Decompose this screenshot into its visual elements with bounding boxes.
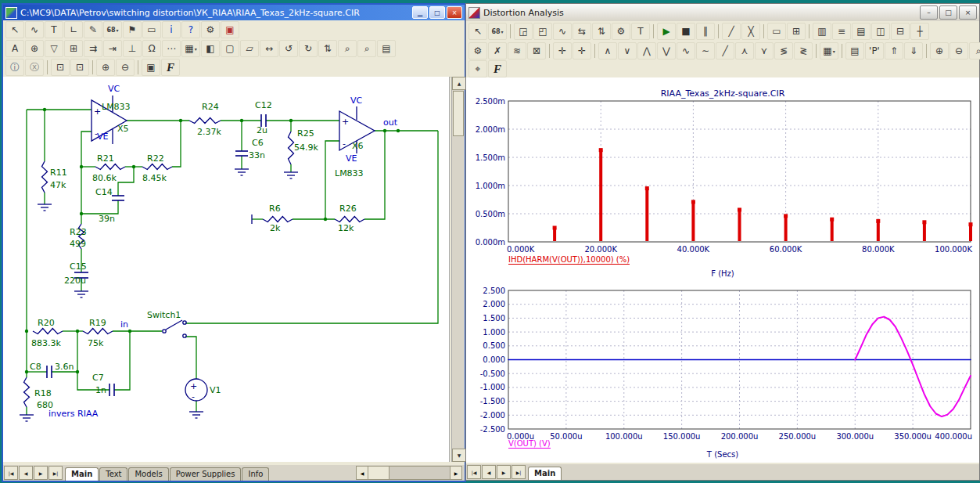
close-button[interactable]: × <box>959 5 977 20</box>
pin-mode-icon[interactable]: ⊕ <box>25 40 44 57</box>
schematic-label[interactable]: R23 <box>70 227 87 237</box>
info-circle-icon[interactable]: ⓘ <box>5 59 24 76</box>
schematic-label[interactable]: 220u <box>64 276 86 286</box>
scale-up-icon[interactable]: ⇑ <box>885 42 903 59</box>
horizontal-scroll-thumb[interactable] <box>368 467 389 479</box>
resistor[interactable] <box>335 217 364 222</box>
tab-power-supplies[interactable]: Power Supplies <box>170 467 242 481</box>
dot-display-icon[interactable]: ⋯ <box>162 40 181 57</box>
properties-icon[interactable]: ⚙ <box>468 42 487 59</box>
schematic-label[interactable]: R11 <box>50 168 67 178</box>
orthogonal-wire-mode-icon[interactable]: ∟ <box>64 21 83 38</box>
vertical-tag-icon[interactable]: ⇅ <box>592 23 611 40</box>
side-plots-icon[interactable]: ◫ <box>871 23 890 40</box>
stacked-plots-icon[interactable]: ≡ <box>832 23 851 40</box>
horizontal-scroll-track[interactable] <box>368 467 450 479</box>
clear-accumulated-icon[interactable]: ✗ <box>488 42 507 59</box>
schematic-label[interactable]: X6 <box>352 141 364 151</box>
low-search-icon[interactable]: ≶ <box>774 42 793 59</box>
schematic-label[interactable]: VC <box>350 96 363 106</box>
line-mode-icon[interactable]: ✎ <box>84 21 102 38</box>
schematic-label[interactable]: R20 <box>38 318 55 328</box>
polygon-mode-icon[interactable]: ▭ <box>142 21 161 38</box>
cursor-lines-icon[interactable]: ┼ <box>910 23 929 40</box>
schematic-label[interactable]: V1 <box>210 385 221 395</box>
ground-symbol[interactable] <box>284 172 298 178</box>
schematic-label[interactable]: R6 <box>269 204 281 214</box>
first-page-button[interactable]: |◀ <box>4 466 18 480</box>
stretch-mode-icon[interactable]: ↔ <box>260 40 278 57</box>
dropdown-arrow-icon[interactable]: ▾ <box>501 29 504 34</box>
grid-plots-icon[interactable]: ▤ <box>852 23 871 40</box>
ground-symbol[interactable] <box>74 291 88 297</box>
pattern-mode-icon[interactable]: ⊞ <box>64 40 83 57</box>
schematic-label[interactable]: - <box>343 139 346 149</box>
schematic-label[interactable]: LM833 <box>102 102 131 112</box>
zoom-out-icon[interactable]: ⊖ <box>949 42 968 59</box>
vertical-scrollbar[interactable]: ▲ ▼ <box>451 77 465 462</box>
dropdown-arrow-icon[interactable]: ▾ <box>195 46 197 52</box>
scroll-right-button[interactable]: ▶ <box>450 467 461 479</box>
vout-trace-label[interactable]: V(OUT) (V) <box>508 439 551 449</box>
zoom-out-icon[interactable]: ⊖ <box>116 59 135 76</box>
last-page-button[interactable]: ▶| <box>512 465 526 479</box>
schematic-label[interactable]: VE <box>97 132 109 142</box>
last-page-button[interactable]: ▶| <box>48 466 63 480</box>
attribute-text-icon[interactable]: A <box>5 40 24 57</box>
cursor-mode-icon[interactable]: ◰ <box>533 23 552 40</box>
tab-text[interactable]: Text <box>99 467 127 481</box>
overlay-icon[interactable]: ⊠ <box>527 42 546 59</box>
resistor[interactable] <box>142 164 172 170</box>
border-display-icon[interactable]: ▢ <box>221 40 239 57</box>
schematic-label[interactable]: R21 <box>97 153 114 164</box>
minimize-button[interactable]: ▁ <box>412 6 428 19</box>
horizontal-scrollbar[interactable]: ◀ ▶ <box>356 466 462 480</box>
scale-down-icon[interactable]: ⇓ <box>904 42 923 59</box>
paper-layout-icon[interactable]: ◧ <box>201 40 220 57</box>
high-search-icon[interactable]: ≷ <box>794 42 813 59</box>
single-plot-icon[interactable]: ⊟ <box>891 23 910 40</box>
numeric-output-icon[interactable]: ▤ <box>845 42 864 59</box>
title-block-icon[interactable]: ▱ <box>240 40 259 57</box>
schematic-label[interactable]: invers RIAA <box>48 409 99 419</box>
scroll-down-button[interactable]: ▼ <box>452 449 466 462</box>
copy-to-clipboard-icon[interactable]: ⊡ <box>51 59 70 76</box>
rotate-ccw-icon[interactable]: ↺ <box>279 40 298 57</box>
schematic-label[interactable]: VC <box>108 84 120 94</box>
scroll-up-button[interactable]: ▲ <box>452 77 466 90</box>
resistor[interactable] <box>189 118 221 124</box>
copy-page-icon[interactable]: ⊡ <box>70 59 89 76</box>
vertical-scroll-track[interactable] <box>452 137 465 449</box>
schematic-label[interactable]: 2.37k <box>197 127 221 137</box>
ground-symbol[interactable] <box>235 169 249 175</box>
resistor[interactable] <box>95 164 125 170</box>
select-graphics-icon[interactable]: ▭ <box>767 23 786 40</box>
distortion-trace-label[interactable]: IHD(HARM(V(OUT)),10000) (%) <box>508 255 630 265</box>
help-mode-icon[interactable]: ? <box>181 21 200 38</box>
resistor[interactable] <box>263 217 293 222</box>
resistor[interactable] <box>24 377 30 407</box>
tangent-mode-icon[interactable]: ╳ <box>741 23 760 40</box>
next-fall-icon[interactable]: ∼ <box>696 42 715 59</box>
ground-symbol[interactable] <box>189 412 203 418</box>
capacitor[interactable] <box>235 151 248 156</box>
schematic-label[interactable]: 39n <box>99 214 115 224</box>
harmonic-distortion-plot[interactable]: 2.500m2.000m1.500m1.000m0.500m0.000m0.00… <box>466 77 978 283</box>
schematic-label[interactable]: 3.6n <box>55 362 74 372</box>
capacitor[interactable] <box>109 384 114 396</box>
next-valley-icon[interactable]: ∨ <box>618 42 637 59</box>
schematic-label[interactable]: + <box>342 117 349 127</box>
ground-symbol[interactable] <box>20 415 34 421</box>
close-button[interactable]: × <box>447 6 462 19</box>
snap-to-grid-icon[interactable]: ⇥ <box>103 40 122 57</box>
stop-circle-icon[interactable]: ⓧ <box>25 59 44 76</box>
info-mode-icon[interactable]: i <box>162 21 181 38</box>
slope-mode-icon[interactable]: ╱ <box>722 23 741 40</box>
dropdown-arrow-icon[interactable]: ▾ <box>833 49 835 54</box>
one-plot-layout-icon[interactable]: ▥ <box>813 23 831 40</box>
schematic-label[interactable]: out <box>383 117 398 128</box>
schematic-label[interactable]: R18 <box>34 388 52 398</box>
wire-mode-icon[interactable]: ∿ <box>25 21 44 38</box>
run-icon[interactable]: ▶ <box>657 23 676 40</box>
schematic-label[interactable]: VE <box>346 153 357 164</box>
